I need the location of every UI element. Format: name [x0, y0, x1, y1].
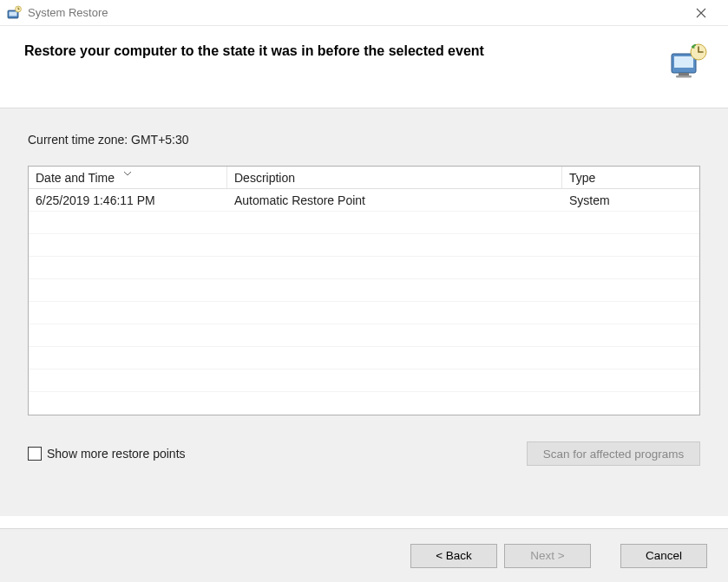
content-area: Current time zone: GMT+5:30 Date and Tim…	[0, 108, 728, 516]
app-icon	[7, 5, 23, 21]
svg-rect-6	[676, 75, 692, 78]
checkbox-box	[28, 447, 42, 461]
show-more-checkbox[interactable]: Show more restore points	[28, 447, 186, 461]
empty-row	[29, 302, 699, 324]
svg-rect-5	[679, 73, 689, 75]
cell-date: 6/25/2019 1:46:11 PM	[29, 191, 227, 210]
close-button[interactable]	[681, 0, 721, 26]
back-button[interactable]: < Back	[410, 544, 497, 568]
restore-points-table: Date and Time Description Type 6/25/2019…	[28, 166, 700, 415]
sort-desc-icon	[123, 165, 132, 179]
empty-row	[29, 234, 699, 257]
titlebar: System Restore	[0, 0, 728, 26]
timezone-label: Current time zone: GMT+5:30	[28, 133, 700, 147]
restore-icon	[669, 42, 709, 82]
empty-row	[29, 347, 699, 369]
scan-affected-button[interactable]: Scan for affected programs	[527, 441, 700, 466]
window-title: System Restore	[28, 6, 681, 19]
table-row[interactable]: 6/25/2019 1:46:11 PM Automatic Restore P…	[29, 189, 699, 212]
column-header-date[interactable]: Date and Time	[29, 167, 227, 188]
next-button[interactable]: Next >	[504, 544, 591, 568]
checkbox-label: Show more restore points	[47, 447, 186, 461]
svg-rect-1	[10, 11, 17, 16]
empty-row	[29, 279, 699, 302]
below-table-row: Show more restore points Scan for affect…	[28, 441, 700, 466]
table-header: Date and Time Description Type	[29, 167, 699, 189]
empty-row	[29, 257, 699, 279]
cell-description: Automatic Restore Point	[227, 191, 562, 210]
empty-row	[29, 369, 699, 392]
empty-row	[29, 392, 699, 415]
cell-type: System	[562, 191, 699, 210]
wizard-header: Restore your computer to the state it wa…	[0, 26, 728, 108]
empty-row	[29, 212, 699, 234]
wizard-footer: < Back Next > Cancel	[0, 528, 728, 582]
cancel-button[interactable]: Cancel	[620, 544, 707, 568]
empty-row	[29, 324, 699, 347]
column-header-type[interactable]: Type	[562, 167, 699, 188]
page-title: Restore your computer to the state it wa…	[24, 42, 669, 59]
column-header-description[interactable]: Description	[227, 167, 562, 188]
column-label: Date and Time	[36, 171, 115, 185]
column-label: Type	[569, 171, 595, 185]
column-label: Description	[234, 171, 295, 185]
svg-rect-4	[674, 56, 693, 68]
